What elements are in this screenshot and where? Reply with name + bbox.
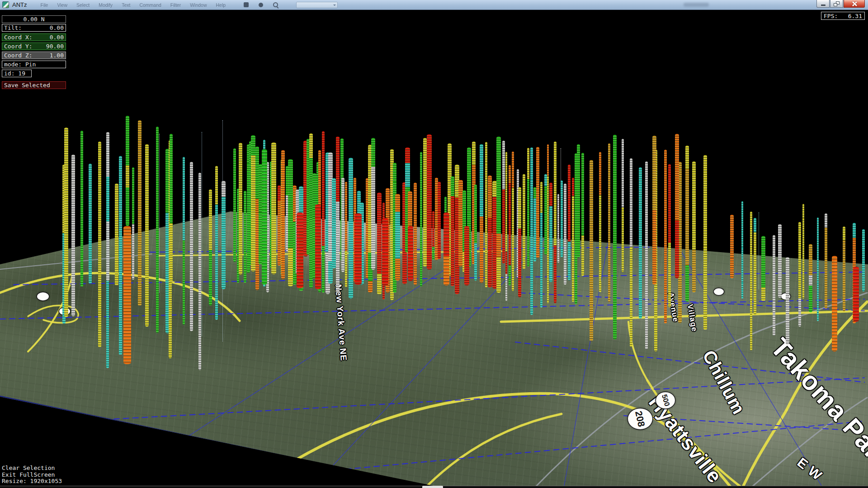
pin[interactable] — [485, 142, 487, 288]
pin[interactable] — [761, 236, 765, 301]
pin[interactable] — [64, 127, 68, 317]
pin[interactable] — [451, 176, 454, 286]
pin[interactable] — [119, 156, 122, 355]
pin[interactable] — [371, 138, 375, 270]
pin[interactable] — [536, 147, 539, 258]
pin[interactable] — [809, 244, 812, 312]
pin[interactable] — [652, 136, 656, 285]
pin[interactable] — [281, 150, 285, 279]
pin[interactable] — [527, 148, 529, 267]
pin[interactable] — [322, 131, 325, 293]
pin[interactable] — [750, 211, 752, 351]
pin[interactable] — [703, 155, 707, 330]
pin[interactable] — [832, 256, 837, 352]
menu-item-view[interactable]: View — [57, 2, 67, 8]
pin[interactable] — [547, 144, 549, 304]
pin[interactable] — [332, 178, 336, 268]
pin[interactable] — [509, 165, 511, 286]
pin[interactable] — [209, 189, 212, 305]
pin[interactable] — [518, 187, 521, 297]
menu-item-filter[interactable]: Filter — [170, 2, 181, 8]
pin[interactable] — [341, 178, 344, 272]
pin[interactable] — [345, 182, 347, 287]
pin[interactable] — [862, 229, 865, 291]
pin[interactable] — [132, 167, 134, 280]
exit-fullscreen-command[interactable]: Exit FullScreen — [2, 472, 62, 479]
pin[interactable] — [408, 226, 413, 281]
menu-item-command[interactable]: Command — [139, 2, 161, 8]
pin[interactable] — [754, 218, 756, 315]
restore-button[interactable] — [830, 0, 843, 8]
search-icon[interactable] — [273, 2, 278, 7]
close-button[interactable] — [844, 0, 865, 8]
pin[interactable] — [414, 183, 417, 285]
pin[interactable] — [98, 141, 101, 347]
pin[interactable] — [564, 183, 566, 285]
pin[interactable] — [523, 174, 525, 269]
pin[interactable] — [377, 192, 382, 295]
pin[interactable] — [572, 178, 574, 302]
pin[interactable] — [568, 164, 571, 281]
pin[interactable] — [315, 204, 321, 289]
taskbar-button[interactable] — [422, 486, 443, 488]
pin[interactable] — [222, 181, 226, 289]
pin[interactable] — [488, 175, 492, 287]
pin[interactable] — [692, 161, 696, 292]
pin[interactable] — [443, 212, 449, 286]
pin[interactable] — [183, 157, 185, 325]
pin[interactable] — [599, 152, 601, 292]
pin[interactable] — [685, 145, 689, 302]
pin[interactable] — [557, 194, 559, 263]
pin[interactable] — [505, 152, 507, 301]
pin[interactable] — [251, 135, 255, 272]
sphere-icon[interactable] — [259, 3, 263, 7]
pin[interactable] — [382, 218, 388, 286]
pin[interactable] — [244, 191, 246, 283]
pin[interactable] — [432, 211, 434, 260]
pin[interactable] — [825, 213, 827, 309]
pin[interactable] — [496, 136, 501, 293]
pin[interactable] — [512, 151, 514, 291]
pin[interactable] — [123, 226, 131, 364]
pin[interactable] — [106, 132, 109, 281]
pin[interactable] — [156, 127, 159, 333]
pin[interactable] — [278, 185, 281, 266]
pin[interactable] — [297, 212, 303, 288]
pin[interactable] — [170, 134, 173, 283]
pin[interactable] — [622, 139, 624, 272]
pin[interactable] — [778, 224, 782, 298]
panel-icon[interactable] — [244, 2, 249, 7]
pin[interactable] — [549, 183, 552, 282]
pin[interactable] — [233, 148, 236, 262]
toolbar-combobox[interactable] — [296, 2, 338, 8]
menu-item-text[interactable]: Text — [122, 2, 130, 8]
pin[interactable] — [239, 143, 242, 275]
save-selected-button[interactable]: Save Selected — [2, 81, 66, 89]
pin[interactable] — [71, 155, 75, 316]
pin[interactable] — [502, 141, 505, 263]
pin[interactable] — [271, 142, 276, 274]
pin[interactable] — [464, 226, 469, 286]
pin[interactable] — [336, 136, 340, 293]
pin[interactable] — [843, 226, 845, 311]
pin[interactable] — [115, 183, 118, 286]
menu-item-file[interactable]: File — [41, 2, 48, 8]
pin[interactable] — [668, 164, 671, 307]
minimize-button[interactable] — [816, 0, 830, 8]
pin[interactable] — [438, 182, 441, 259]
pin[interactable] — [645, 161, 648, 349]
pin[interactable] — [554, 141, 557, 303]
pin[interactable] — [530, 147, 533, 315]
mode-indicator[interactable]: mode: Pin — [2, 61, 66, 68]
pin[interactable] — [395, 194, 400, 281]
menu-item-select[interactable]: Select — [76, 2, 90, 8]
pin[interactable] — [853, 267, 859, 322]
pin[interactable] — [420, 152, 422, 286]
pin[interactable] — [639, 167, 642, 319]
pin[interactable] — [630, 158, 632, 347]
menu-item-modify[interactable]: Modify — [99, 2, 113, 8]
pin[interactable] — [730, 215, 734, 278]
pin[interactable] — [773, 235, 775, 336]
pin[interactable] — [802, 204, 804, 299]
pins-layer[interactable] — [0, 0, 868, 488]
